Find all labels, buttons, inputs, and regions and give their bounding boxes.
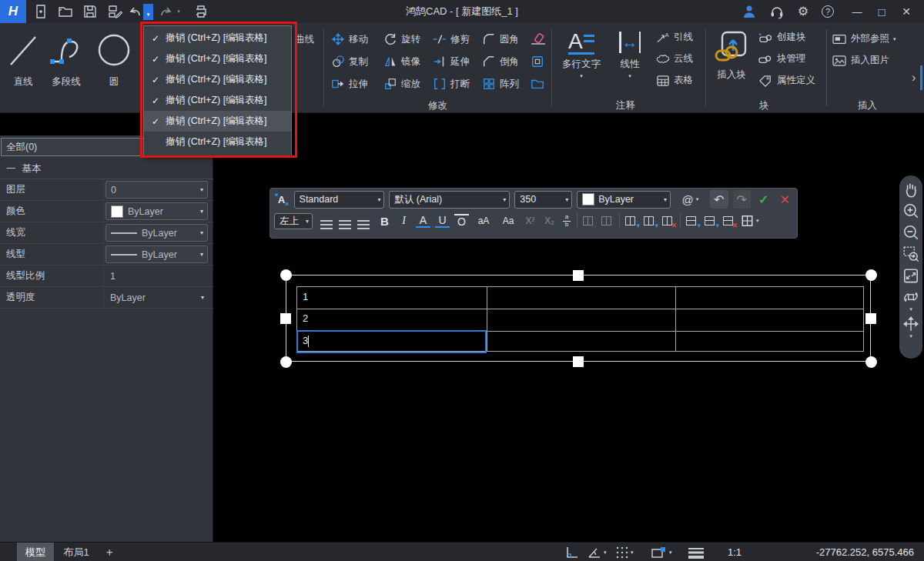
- zoom-window-button[interactable]: [902, 245, 919, 264]
- cell-align-select[interactable]: 左上▾: [274, 213, 313, 229]
- underline-button[interactable]: U: [435, 214, 450, 228]
- polar-tracking-toggle[interactable]: ▾: [587, 544, 607, 560]
- italic-button[interactable]: I: [397, 215, 411, 227]
- grip-top-right[interactable]: [865, 269, 877, 281]
- ribbon-attr-def-button[interactable]: 属性定义: [758, 74, 815, 87]
- superscript-button[interactable]: X²: [523, 215, 537, 226]
- ribbon-circle-button[interactable]: 圆: [95, 31, 132, 88]
- delete-row-button[interactable]: ✕: [722, 215, 736, 227]
- ribbon-xref-button[interactable]: 外部参照 ▾: [832, 32, 896, 45]
- text-color-button[interactable]: A: [416, 214, 430, 228]
- save-button[interactable]: [80, 2, 100, 21]
- ortho-toggle[interactable]: [564, 544, 580, 560]
- support-button[interactable]: [767, 2, 787, 21]
- lowercase-button[interactable]: aA: [474, 215, 494, 226]
- undo-menu-item-highlighted[interactable]: ✓撤销 (Ctrl+Z) [编辑表格]: [144, 111, 291, 132]
- ribbon-linear-dim-button[interactable]: ↔ 线性 ▾: [610, 29, 650, 79]
- ribbon-revcloud-button[interactable]: 云线: [656, 52, 693, 65]
- new-file-button[interactable]: [31, 2, 51, 21]
- undo-dropdown-button[interactable]: ▾: [143, 4, 153, 20]
- redo-button[interactable]: [157, 2, 174, 21]
- grip-mid-bottom[interactable]: [573, 356, 584, 367]
- transparency-select[interactable]: ByLayer▾: [105, 289, 208, 306]
- ribbon-stretch-button[interactable]: 拉伸: [331, 77, 368, 91]
- ribbon-region-button[interactable]: [530, 55, 545, 68]
- ltscale-input[interactable]: 1: [105, 267, 208, 285]
- ribbon-leader-button[interactable]: A 引线: [656, 31, 693, 44]
- editor-cancel-button[interactable]: ✕: [776, 192, 793, 207]
- subscript-button[interactable]: X₂: [542, 215, 557, 226]
- delete-col-button[interactable]: ✕: [661, 215, 675, 227]
- ribbon-insert-image-button[interactable]: 插入图片: [832, 54, 889, 67]
- align-center-icon[interactable]: [339, 220, 351, 222]
- help-button[interactable]: ?: [818, 2, 838, 21]
- ribbon-copy-button[interactable]: 复制: [331, 55, 368, 68]
- ribbon-trim-button[interactable]: 修剪: [433, 32, 470, 46]
- ribbon-move-button[interactable]: 移动: [331, 32, 368, 46]
- ribbon-chamfer-button[interactable]: 倒角: [482, 55, 519, 68]
- grid-snap-toggle[interactable]: ▾: [615, 544, 634, 560]
- grip-bottom-left[interactable]: [280, 356, 292, 368]
- ribbon-mirror-button[interactable]: 镜像: [383, 55, 420, 68]
- section-basic[interactable]: 一 基本: [0, 159, 213, 179]
- tab-model[interactable]: 模型: [17, 543, 54, 561]
- move-view-button[interactable]: [902, 316, 919, 332]
- lineweight-toggle[interactable]: [687, 544, 705, 560]
- table-cell-r2c1[interactable]: 2: [303, 312, 308, 324]
- zoom-in-button[interactable]: [902, 202, 919, 221]
- ribbon-break-button[interactable]: 打断: [433, 77, 470, 91]
- undo-menu-item[interactable]: ✓撤销 (Ctrl+Z) [编辑表格]: [144, 28, 291, 48]
- ribbon-table-button[interactable]: 表格: [656, 74, 693, 87]
- ribbon-group-button[interactable]: [530, 77, 545, 91]
- ribbon-block-manager-button[interactable]: 块管理: [758, 52, 806, 65]
- ribbon-scrollbar[interactable]: [920, 65, 922, 90]
- move-view-dropdown-arrow-icon[interactable]: ▾: [909, 333, 912, 339]
- grip-mid-left[interactable]: [280, 313, 291, 324]
- grip-top-left[interactable]: [280, 269, 292, 281]
- insert-col-left-button[interactable]: ▾: [624, 215, 638, 227]
- ribbon-spline-label-partial[interactable]: 曲线: [295, 33, 314, 46]
- overline-button[interactable]: O: [454, 214, 469, 228]
- ribbon-rotate-button[interactable]: 旋转: [383, 32, 420, 46]
- ribbon-create-block-button[interactable]: 创建块: [758, 31, 806, 44]
- zoom-out-button[interactable]: [902, 224, 919, 242]
- app-logo[interactable]: H: [0, 0, 26, 23]
- insert-col-right-button[interactable]: ▾: [643, 215, 657, 227]
- ribbon-erase-button[interactable]: [530, 32, 547, 46]
- orbit-button[interactable]: [902, 289, 919, 306]
- scale-indicator[interactable]: 1:1: [728, 543, 742, 561]
- ribbon-array-button[interactable]: 阵列: [482, 77, 519, 91]
- ribbon-fillet-button[interactable]: 圆角: [482, 32, 519, 46]
- text-color-select[interactable]: ByLayer▾: [577, 191, 671, 209]
- symbol-button[interactable]: @▾: [675, 193, 705, 206]
- linetype-select[interactable]: ByLayer▾: [105, 245, 208, 263]
- align-right-icon[interactable]: [357, 220, 370, 222]
- cad-table[interactable]: 1 2 3: [296, 286, 864, 352]
- undo-menu-item[interactable]: ✓撤销 (Ctrl+Z) [编辑表格]: [144, 90, 291, 111]
- ribbon-extend-button[interactable]: 延伸: [433, 55, 470, 68]
- tab-layout1[interactable]: 布局1: [57, 543, 95, 561]
- ribbon-expand-chevron[interactable]: ›: [912, 71, 916, 85]
- lineweight-select[interactable]: ByLayer▾: [105, 224, 208, 242]
- save-as-button[interactable]: [105, 2, 125, 21]
- print-button[interactable]: [191, 2, 211, 21]
- merge-cells-button[interactable]: ↔: [582, 215, 596, 227]
- ribbon-polyline-button[interactable]: 多段线: [46, 31, 86, 88]
- close-button[interactable]: ✕: [896, 2, 916, 21]
- bold-button[interactable]: B: [377, 215, 392, 228]
- ribbon-insert-block-button[interactable]: 插入块: [710, 29, 753, 82]
- maximize-button[interactable]: □: [872, 2, 892, 21]
- add-layout-button[interactable]: ＋: [100, 543, 119, 561]
- orbit-dropdown-arrow-icon[interactable]: ▾: [909, 306, 912, 312]
- uppercase-button[interactable]: Aa: [498, 215, 518, 226]
- settings-button[interactable]: ⚙: [793, 2, 813, 21]
- cell-borders-button[interactable]: ▾: [741, 215, 759, 227]
- insert-row-above-button[interactable]: ▾: [685, 215, 699, 227]
- unmerge-cells-button[interactable]: [601, 215, 614, 227]
- pan-button[interactable]: [902, 181, 919, 199]
- font-select[interactable]: 默认 (Arial)▾: [389, 191, 510, 209]
- grip-mid-right[interactable]: [865, 313, 876, 324]
- insert-row-below-button[interactable]: ▾: [704, 215, 718, 227]
- zoom-extents-button[interactable]: [902, 267, 919, 286]
- text-style-select[interactable]: Standard▾: [294, 191, 385, 209]
